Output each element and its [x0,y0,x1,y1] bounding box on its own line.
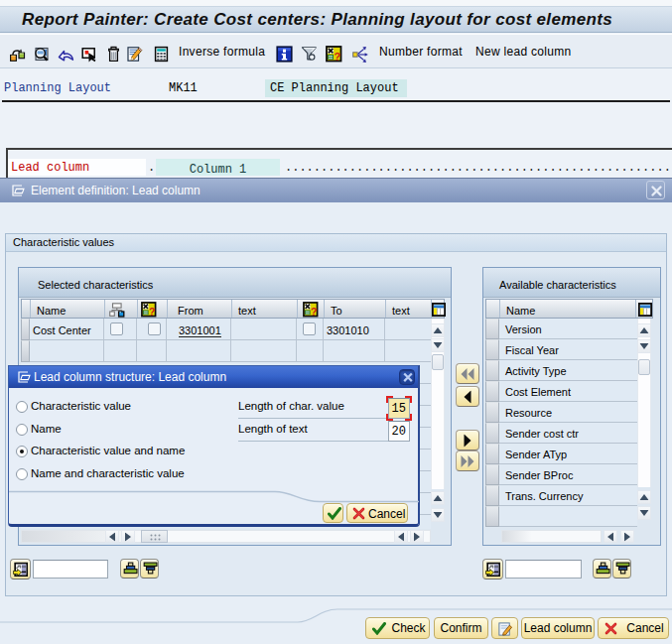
cell-name[interactable]: Fiscal Year [499,339,637,360]
list-item[interactable]: Fiscal Year [485,339,637,360]
row-selector[interactable] [485,423,499,444]
length-char-value-field[interactable]: 15 [388,398,410,419]
scroll-up-icon[interactable] [431,491,445,505]
list-item[interactable]: Cost Element [485,381,637,402]
column1-cell[interactable]: Column 1 [156,159,280,176]
filter-icon[interactable] [301,46,318,63]
row-selector[interactable] [485,506,499,527]
scroll-right-icon[interactable] [620,530,634,543]
cell-name[interactable]: Sender BProc [499,464,637,485]
radio-label[interactable]: Name and characteristic value [31,467,185,479]
scroll-right-icon[interactable] [121,530,135,543]
hierarchy-checkbox[interactable] [110,322,123,335]
confirm-button[interactable]: Confirm [434,617,488,639]
selected-header-hierarchy[interactable] [105,300,138,318]
row-selector[interactable] [485,339,499,360]
lead-column-structure-titlebar[interactable]: Lead column structure: Lead column [9,366,418,388]
cell-name[interactable] [499,506,637,527]
selected-header-name[interactable]: Name [31,300,105,318]
radio-label[interactable]: Characteristic value and name [31,445,185,456]
cell-name[interactable]: Activity Type [499,360,637,381]
selected-header-text2[interactable]: text [386,300,432,318]
cell-name[interactable]: Trans. Currency [499,485,637,506]
available-header-name[interactable]: Name [500,300,636,318]
variable-from-checkbox[interactable] [148,322,161,335]
undo-icon[interactable] [58,46,74,63]
sort-ascending-button[interactable] [120,559,139,579]
scroll-left-icon[interactable] [604,530,617,543]
close-icon[interactable] [646,181,665,199]
sort-descending-button[interactable] [140,559,159,579]
scroll-left-icon[interactable] [105,530,119,543]
position-input[interactable] [505,560,582,579]
planning-layout-code[interactable]: MK11 [169,81,198,95]
available-vscroll-thumb[interactable] [638,359,650,375]
scroll-right-icon[interactable] [410,530,424,543]
empty-cell[interactable] [30,340,104,362]
inverse-formula-icon[interactable] [153,46,170,63]
scroll-left-icon[interactable] [394,530,408,543]
close-icon[interactable] [399,369,415,385]
list-item[interactable]: Activity Type [485,360,637,381]
empty-cell[interactable] [137,340,167,362]
delete-icon[interactable] [105,46,122,63]
check-button[interactable]: Check [365,617,430,639]
select-element-icon[interactable] [80,46,97,63]
empty-cell[interactable] [104,340,137,362]
remove-selected-button[interactable] [456,386,479,407]
cell-name[interactable]: Resource [499,402,637,423]
ok-button[interactable] [323,503,343,523]
row-selector[interactable] [21,340,30,362]
scroll-down-icon[interactable] [637,339,651,353]
element-definition-titlebar[interactable]: Element definition: Lead column [0,178,672,202]
table-row[interactable] [21,340,431,362]
number-format-button[interactable]: Number format [379,35,463,68]
selected-header-text1[interactable]: text [232,300,298,318]
hierarchy-icon[interactable] [9,46,26,63]
list-item[interactable] [485,506,637,527]
cell-to[interactable]: 3301010 [324,319,385,340]
radio-characteristic-value-and-name[interactable] [16,446,28,457]
sort-descending-button[interactable] [612,559,631,579]
row-selector[interactable] [485,360,499,381]
selected-hscrollbar[interactable] [21,530,431,543]
list-item[interactable]: Sender cost ctr [485,423,637,444]
empty-cell[interactable] [297,340,324,362]
empty-cell[interactable] [231,340,297,362]
row-selector[interactable] [21,319,30,340]
empty-cell[interactable] [385,340,431,362]
scroll-up-icon[interactable] [431,323,445,337]
row-selector[interactable] [485,319,499,339]
table-row[interactable]: Cost Center 3301001 3301010 [21,319,431,340]
cell-name[interactable]: Cost Center [30,319,104,340]
add-all-button[interactable] [456,451,479,471]
scroll-down-icon[interactable] [431,338,445,352]
list-item[interactable]: Version [485,319,637,339]
cell-text2[interactable] [385,319,431,340]
selected-header-from[interactable]: From [168,300,232,318]
radio-name-and-characteristic-value[interactable] [16,468,28,480]
variable-icon[interactable]: ? [326,46,342,63]
column-split-grip[interactable] [141,530,168,543]
empty-cell[interactable] [324,340,385,362]
cell-name[interactable]: Sender cost ctr [499,423,637,444]
row-selector[interactable] [485,381,499,402]
edit-lead-column-button[interactable] [491,617,518,639]
available-hscrollbar[interactable] [501,530,602,543]
inverse-formula-button[interactable]: Inverse formula [179,35,265,68]
scroll-down-icon[interactable] [431,508,445,522]
lead-column-button[interactable]: Lead column [521,617,595,639]
cell-from[interactable]: 3301001 [167,319,231,340]
remove-all-button[interactable] [456,363,479,384]
cancel-button[interactable]: Cancel [598,617,669,639]
scroll-up-icon[interactable] [637,323,651,337]
position-input[interactable] [33,560,108,579]
lead-column-cell[interactable]: Lead column [8,159,146,176]
selected-table-config[interactable] [432,300,446,318]
edit-icon[interactable] [126,46,143,63]
variable-to-checkbox[interactable] [303,322,316,335]
radio-label[interactable]: Name [31,423,62,435]
dialog-cancel-button[interactable]: Cancel [346,503,408,523]
list-item[interactable]: Sender BProc [485,464,637,485]
scroll-down-icon[interactable] [637,506,651,520]
